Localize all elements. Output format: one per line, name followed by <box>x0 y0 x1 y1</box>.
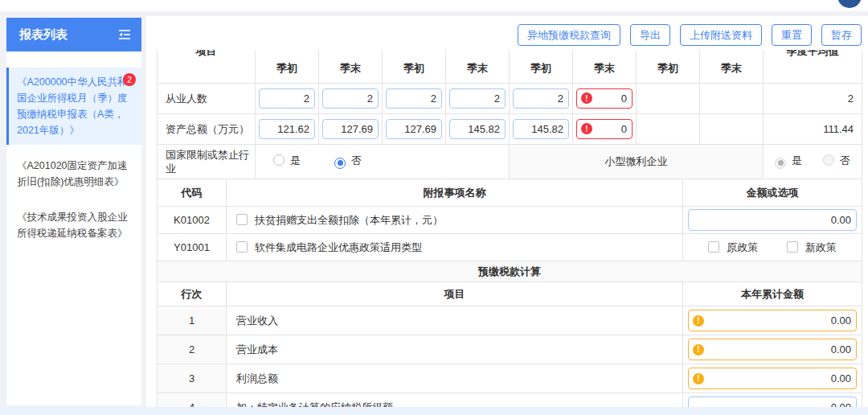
sidebar-header: 报表列表 <box>6 18 141 51</box>
line-number: 4 <box>158 393 227 408</box>
employees-q1-end-input[interactable] <box>322 88 379 109</box>
employees-q3-begin-input[interactable] <box>513 88 569 109</box>
item-name-cell: 扶贫捐赠支出全额扣除（本年累计，元） <box>227 207 683 234</box>
warning-icon: ! <box>693 344 704 355</box>
col-header-item-name: 附报事项名称 <box>227 179 683 207</box>
report-list: 《A200000中华人民共和国企业所得税月（季）度预缴纳税申报表（A类，2021… <box>6 51 141 248</box>
menu-fold-icon[interactable] <box>118 29 131 40</box>
sidebar-item-a200000[interactable]: 《A200000中华人民共和国企业所得税月（季）度预缴纳税申报表（A类，2021… <box>6 68 141 145</box>
poverty-donation-checkbox[interactable] <box>236 214 248 225</box>
upload-attachment-button[interactable]: 上传附送资料 <box>680 24 762 46</box>
item-name-label: 软件集成电路企业优惠政策适用类型 <box>255 241 422 253</box>
row-label: 从业人数 <box>158 83 256 113</box>
item-name-label: 扶贫捐赠支出全额扣除（本年累计，元） <box>255 214 443 226</box>
error-count-badge: 2 <box>123 73 136 86</box>
employees-q2-end-input[interactable] <box>449 88 506 109</box>
radio-no[interactable] <box>334 158 346 169</box>
warning-icon: ! <box>693 373 704 384</box>
item-code: Y01001 <box>158 234 227 261</box>
col-header-q1-end: 季末 <box>319 50 383 83</box>
quarter-data-table: 项目 季初 季末 季初 季末 季初 季末 季初 季末 季度平均值 从业人数 ! <box>157 50 862 179</box>
small-micro-enterprise-label: 小型微利企业 <box>510 144 764 179</box>
col-header-q2-begin: 季初 <box>383 50 446 83</box>
col-header-code: 代码 <box>158 179 227 207</box>
line-number: 2 <box>158 335 227 364</box>
calc-item-label: 营业成本 <box>227 335 683 364</box>
old-policy-label: 原政策 <box>727 241 758 253</box>
calc-row-total-profit: 3 利润总额 ! <box>158 364 862 393</box>
error-icon: ! <box>581 123 592 134</box>
item-code: K01002 <box>158 207 227 234</box>
employees-q2-begin-input[interactable] <box>386 88 442 109</box>
col-header-q2-end: 季末 <box>446 50 510 83</box>
sidebar-item-label: 《A201020固定资产加速折旧(扣除)优惠明细表》 <box>17 160 128 187</box>
assets-q4-end-cell <box>700 113 764 144</box>
addendum-row-y01001: Y01001 软件集成电路企业优惠政策适用类型 原政策 新政策 <box>158 234 862 261</box>
poverty-donation-amount-input[interactable] <box>688 209 857 231</box>
assets-average-value: 111.44 <box>764 113 862 144</box>
operating-cost-input[interactable] <box>688 339 857 360</box>
assets-q1-begin-input[interactable] <box>259 119 315 139</box>
specific-business-taxable-income-input[interactable] <box>688 397 857 407</box>
col-header-line-no: 行次 <box>158 282 227 306</box>
row-label: 国家限制或禁止行业 <box>158 144 256 179</box>
sidebar-item-a201020[interactable]: 《A201020固定资产加速折旧(扣除)优惠明细表》 <box>6 151 141 196</box>
software-ic-policy-checkbox[interactable] <box>236 241 248 253</box>
assets-q4-begin-cell <box>637 113 700 144</box>
col-header-q3-begin: 季初 <box>510 50 573 83</box>
employees-q4-end-cell <box>700 83 764 113</box>
bottom-edge-strip <box>0 407 868 415</box>
policy-options-cell: 原政策 新政策 <box>683 234 862 261</box>
top-bar <box>0 0 868 11</box>
col-header-ytd-amount: 本年累计金额 <box>683 282 862 306</box>
col-header-q4-end: 季末 <box>700 50 764 83</box>
remote-prepaid-tax-query-button[interactable]: 异地预缴税款查询 <box>518 24 620 46</box>
reset-button[interactable]: 重置 <box>772 24 812 46</box>
addendum-header-row: 代码 附报事项名称 金额或选项 <box>158 179 862 207</box>
employees-row: 从业人数 ! 2 <box>158 83 862 113</box>
operating-revenue-input[interactable] <box>688 310 857 331</box>
row-label: 资产总额（万元） <box>158 113 256 144</box>
small-micro-radio-group: 是否 <box>764 144 862 179</box>
line-number: 3 <box>158 364 227 393</box>
radio-no-label[interactable]: 否 <box>351 154 362 166</box>
toolbar: 异地预缴税款查询 导出 上传附送资料 重置 暂存 <box>518 24 862 46</box>
new-policy-checkbox[interactable] <box>787 241 798 253</box>
calc-row-cost: 2 营业成本 ! <box>158 335 862 364</box>
col-header-q4-begin: 季初 <box>637 50 700 83</box>
sidebar-item-tech-filing[interactable]: 《技术成果投资入股企业所得税递延纳税备案表》 <box>6 203 141 248</box>
employees-q1-begin-input[interactable] <box>259 88 315 109</box>
export-button[interactable]: 导出 <box>630 24 670 46</box>
col-header-item: 项目 <box>158 50 256 83</box>
col-header-quarter-average: 季度平均值 <box>764 50 862 83</box>
calc-header-row: 行次 项目 本年累计金额 <box>158 282 862 306</box>
quarter-header-row: 项目 季初 季末 季初 季末 季初 季末 季初 季末 季度平均值 <box>158 50 862 83</box>
radio-no-disabled[interactable] <box>823 154 834 166</box>
assets-q3-begin-input[interactable] <box>513 119 569 139</box>
old-policy-checkbox[interactable] <box>708 241 719 253</box>
calc-item-label: 利润总额 <box>227 364 683 393</box>
addendum-row-k01002: K01002 扶贫捐赠支出全额扣除（本年累计，元） <box>158 207 862 234</box>
radio-yes-disabled[interactable] <box>775 158 786 169</box>
assets-q1-end-input[interactable] <box>322 119 379 139</box>
calc-section-header-row: 预缴税款计算 <box>158 261 862 282</box>
calc-item-label: 加：特定业务计算的应纳税所得额 <box>227 393 683 408</box>
line-number: 1 <box>158 306 227 335</box>
radio-yes-label[interactable]: 是 <box>290 154 301 166</box>
total-profit-input[interactable] <box>688 368 857 389</box>
form-main-panel: 异地预缴税款查询 导出 上传附送资料 重置 暂存 项目 季初 季末 季初 季末 … <box>146 16 868 407</box>
col-header-q3-end: 季末 <box>573 50 637 83</box>
calc-item-label: 营业收入 <box>227 306 683 335</box>
radio-yes[interactable] <box>273 154 285 166</box>
assets-q2-end-input[interactable] <box>449 119 506 139</box>
assets-q2-begin-input[interactable] <box>386 119 442 139</box>
radio-no-label: 否 <box>840 154 850 166</box>
calc-row-specific-business: 4 加：特定业务计算的应纳税所得额 <box>158 393 862 408</box>
col-header-q1-begin: 季初 <box>256 50 319 83</box>
col-header-item: 项目 <box>227 282 683 306</box>
save-draft-button[interactable]: 暂存 <box>821 24 862 46</box>
sidebar-item-label: 《A200000中华人民共和国企业所得税月（季）度预缴纳税申报表（A类，2021… <box>17 76 128 136</box>
total-assets-row: 资产总额（万元） ! 111.44 <box>158 113 862 144</box>
error-icon: ! <box>581 92 592 104</box>
new-policy-label: 新政策 <box>805 241 837 253</box>
